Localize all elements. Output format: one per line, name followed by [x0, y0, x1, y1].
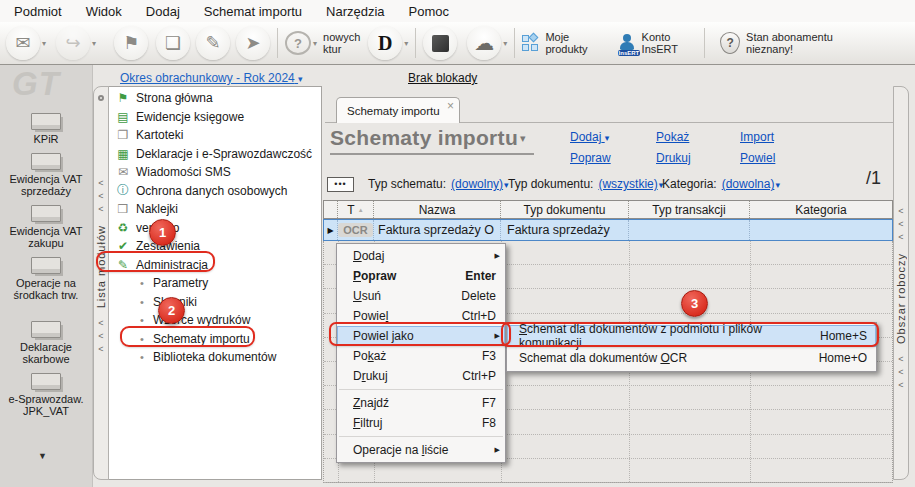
- module-operacje-srodki-trwale[interactable]: Operacje na środkach trw.: [14, 257, 79, 301]
- reply-icon: ↪: [65, 32, 80, 54]
- filter-typ-schematu: Typ schematu:(dowolny)▾: [368, 177, 509, 191]
- chevron-left-icon: <: [98, 177, 103, 190]
- subscription-status[interactable]: ? Stan abonamentu nieznany!: [720, 31, 833, 55]
- module-deklaracje-skarbowe[interactable]: Deklaracje skarbowe: [20, 321, 72, 365]
- menu-schemat-importu[interactable]: Schemat importu: [200, 2, 306, 21]
- link-import[interactable]: Import: [740, 130, 830, 151]
- menu-item-operacje-na-liscie[interactable]: Operacje na liście ▶: [337, 440, 505, 460]
- reply-button[interactable]: ↪: [56, 26, 90, 60]
- my-products-icon: [522, 35, 539, 52]
- link-popraw[interactable]: Popraw: [570, 151, 656, 172]
- menu-item-popraw[interactable]: Popraw Enter: [337, 266, 505, 286]
- column-header-kategoria[interactable]: Kategoria: [750, 201, 892, 218]
- cloud-button[interactable]: ☁: [467, 26, 501, 60]
- menu-narzedzia[interactable]: Narzędzia: [322, 2, 389, 21]
- tree-item-deklaracje[interactable]: ▦Deklaracje i e-Sprawozdawczość: [108, 145, 321, 164]
- cloud-dropdown-caret[interactable]: ▾: [503, 39, 507, 48]
- d-logo-button[interactable]: D: [368, 26, 402, 60]
- my-products-button[interactable]: Moje produkty: [522, 31, 587, 55]
- edit-document-button[interactable]: ✎: [196, 26, 230, 60]
- ledger-icon: ▤: [115, 110, 131, 124]
- tree-item-parametry[interactable]: •Parametry: [108, 274, 321, 293]
- tree-item-biblioteka-dokumentow[interactable]: •Biblioteka dokumentów: [108, 348, 321, 367]
- filter-typ-dokumentu-value[interactable]: (wszystkie): [598, 177, 657, 191]
- new-document-button[interactable]: ❏: [156, 26, 190, 60]
- menu-item-usun[interactable]: Usuń Delete: [337, 286, 505, 306]
- chevron-left-icon: <: [98, 330, 103, 343]
- tree-item-ewidencje-ksiegowe[interactable]: ▤Ewidencje księgowe: [108, 108, 321, 127]
- filter-caret-icon: ▾: [775, 180, 780, 190]
- menu-podmiot[interactable]: Podmiot: [10, 2, 66, 21]
- column-header-t[interactable]: T▲: [338, 201, 374, 218]
- context-menu: Dodaj ▶ Popraw Enter Usuń Delete Powiel …: [336, 243, 506, 463]
- link-drukuj[interactable]: Drukuj: [656, 151, 740, 172]
- tab-schematy-importu[interactable]: Schematy importu ×: [336, 97, 460, 123]
- send-button[interactable]: ✉: [6, 26, 40, 60]
- link-pokaz[interactable]: Pokaż: [656, 130, 740, 151]
- forward-icon: ➤: [245, 32, 260, 54]
- help-dropdown-caret[interactable]: ▾: [313, 39, 317, 48]
- row-name-cell: Faktura sprzedaży O: [374, 220, 501, 240]
- cube-button[interactable]: [423, 26, 457, 60]
- module-ewidencja-vat-zakupu[interactable]: Ewidencja VAT zakupu: [10, 205, 83, 249]
- cloud-icon: ☁: [474, 31, 494, 55]
- filter-kategoria-value[interactable]: (dowolna): [722, 177, 775, 191]
- module-kpir[interactable]: KPiR: [31, 113, 61, 145]
- more-filters-button[interactable]: •••: [327, 177, 354, 192]
- column-header-typ-transakcji[interactable]: Typ transakcji: [629, 201, 750, 218]
- title-caret-icon[interactable]: ▾: [520, 132, 526, 144]
- help-bubble-button[interactable]: ?: [285, 31, 311, 55]
- marker-column-header[interactable]: [324, 201, 338, 218]
- accounting-period-link[interactable]: Okres obrachunkowy - Rok 2024 ▾: [120, 71, 303, 85]
- menu-item-dodaj[interactable]: Dodaj ▶: [337, 246, 505, 266]
- tree-item-naklejki[interactable]: ❒Naklejki: [108, 200, 321, 219]
- toolbar-separator: [704, 28, 705, 58]
- modules-strip[interactable]: < < < Lista modułów < < <: [93, 86, 109, 480]
- link-powiel[interactable]: Powiel: [740, 151, 830, 172]
- declarations-icon: ▦: [115, 147, 131, 161]
- reply-dropdown-caret[interactable]: ▾: [92, 39, 96, 48]
- menu-item-filtruj[interactable]: Filtruj F8: [337, 413, 505, 433]
- kpir-icon: [31, 113, 61, 130]
- link-dodaj[interactable]: Dodaj ▾: [570, 130, 656, 151]
- send-icon: ✉: [15, 32, 30, 54]
- send-dropdown-caret[interactable]: ▾: [42, 39, 46, 48]
- d-logo-dropdown-caret[interactable]: ▾: [404, 39, 408, 48]
- sidebar-collapse-arrow-icon[interactable]: ▼: [38, 451, 47, 461]
- workspace-strip[interactable]: < < < Obszar roboczy < < <: [893, 86, 909, 480]
- pin-icon: [98, 95, 104, 101]
- forward-button[interactable]: ➤: [236, 26, 270, 60]
- menu-item-drukuj[interactable]: Drukuj Ctrl+P: [337, 366, 505, 386]
- insert-account-button[interactable]: InsERT Konto InsERT: [618, 31, 678, 55]
- tree-item-slowniki[interactable]: •Słowniki: [108, 293, 321, 312]
- bookmark-icon: ⚑: [123, 32, 139, 54]
- menu-pomoc[interactable]: Pomoc: [405, 2, 453, 21]
- lock-status-link[interactable]: Brak blokady: [408, 71, 477, 85]
- sms-icon: ✉: [115, 165, 131, 179]
- tree-item-wiadomosci-sms[interactable]: ✉Wiadomości SMS: [108, 163, 321, 182]
- menu-widok[interactable]: Widok: [82, 2, 126, 21]
- tree-item-strona-glowna[interactable]: ⚑Strona główna: [108, 89, 321, 108]
- tab-close-icon[interactable]: ×: [447, 99, 454, 113]
- module-jpk-vat[interactable]: e-Sprawozdaw. JPK_VAT: [8, 373, 83, 417]
- menu-item-pokaz[interactable]: Pokaż F3: [337, 346, 505, 366]
- tree-item-kartoteki[interactable]: ❐Kartoteki: [108, 126, 321, 145]
- submenu-item-schemat-ocr[interactable]: Schemat dla dokumentów OCR Home+O: [507, 347, 876, 369]
- chevron-left-icon: <: [898, 218, 903, 231]
- tree-item-ochrona-danych[interactable]: ⓘOchrona danych osobowych: [108, 182, 321, 201]
- subscription-shield-icon: ?: [720, 32, 740, 54]
- filter-typ-schematu-value[interactable]: (dowolny): [451, 177, 503, 191]
- column-header-nazwa[interactable]: Nazwa: [374, 201, 501, 218]
- action-links: Dodaj ▾ Pokaż Import Popraw Drukuj Powie…: [570, 130, 830, 172]
- chevron-left-icon: <: [98, 343, 103, 356]
- bookmark-button[interactable]: ⚑: [114, 26, 148, 60]
- module-ewidencja-vat-sprzedazy[interactable]: Ewidencja VAT sprzedaży: [10, 153, 83, 197]
- menu-item-znajdz[interactable]: Znajdź F7: [337, 393, 505, 413]
- bullet-icon: •: [137, 296, 147, 308]
- tree-item-vendero[interactable]: ♻vendero: [108, 219, 321, 238]
- menu-separator: [339, 389, 503, 390]
- table-row-selected[interactable]: ▶ OCR Faktura sprzedaży O Faktura sprzed…: [323, 219, 893, 241]
- menu-dodaj[interactable]: Dodaj: [142, 2, 184, 21]
- row-doc-type-cell: Faktura sprzedaży: [501, 220, 629, 240]
- column-header-typ-dokumentu[interactable]: Typ dokumentu: [501, 201, 629, 218]
